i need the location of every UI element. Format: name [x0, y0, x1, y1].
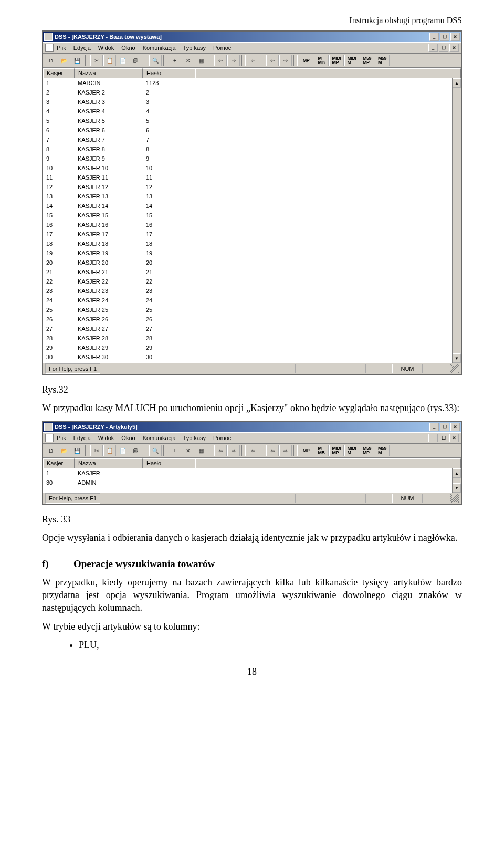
table-row[interactable]: 28KASJER 2828: [43, 333, 461, 343]
col-kasjer[interactable]: Kasjer: [43, 458, 75, 468]
toolbar-button[interactable]: ⇦: [214, 445, 227, 456]
toolbar-button[interactable]: ✂: [90, 445, 103, 456]
col-kasjer[interactable]: Kasjer: [43, 68, 75, 78]
toolbar-button[interactable]: ✂: [90, 55, 103, 66]
toolbar-button[interactable]: MIDI M: [344, 445, 359, 456]
table-row[interactable]: 11KASJER 1111: [43, 173, 461, 182]
toolbar-button[interactable]: 📄: [117, 55, 129, 66]
toolbar-button[interactable]: M59 M: [375, 445, 390, 456]
toolbar-button[interactable]: 📂: [58, 55, 70, 66]
titlebar[interactable]: DSS - [KASJERZY - Baza tow wystawa] _ ☐ …: [43, 32, 461, 42]
minimize-button[interactable]: _: [429, 423, 439, 431]
toolbar-button[interactable]: 📂: [58, 445, 70, 456]
table-row[interactable]: 2KASJER 22: [43, 88, 461, 97]
table-row[interactable]: 29KASJER 2929: [43, 343, 461, 352]
toolbar-button[interactable]: ⇨: [279, 55, 292, 66]
col-nazwa[interactable]: Nazwa: [75, 68, 143, 78]
table-row[interactable]: 19KASJER 1919: [43, 248, 461, 258]
toolbar-button[interactable]: 📋: [103, 445, 116, 456]
toolbar-button[interactable]: 🔍: [149, 55, 162, 66]
table-row[interactable]: 8KASJER 88: [43, 144, 461, 154]
toolbar-button[interactable]: ▦: [195, 55, 207, 66]
menu-komunikacja[interactable]: Komunikacja: [143, 45, 176, 51]
scroll-up-button[interactable]: ▲: [453, 468, 461, 478]
toolbar-button[interactable]: +: [169, 55, 181, 66]
table-row[interactable]: 16KASJER 1616: [43, 220, 461, 229]
table-row[interactable]: 12KASJER 1212: [43, 182, 461, 192]
resize-grip-icon[interactable]: [450, 364, 459, 373]
table-row[interactable]: 24KASJER 2424: [43, 296, 461, 305]
menu-typ-kasy[interactable]: Typ kasy: [183, 435, 206, 441]
close-button[interactable]: ✕: [450, 423, 460, 431]
table-row[interactable]: 26KASJER 2626: [43, 315, 461, 324]
toolbar-button[interactable]: ⇨: [227, 445, 240, 456]
table-row[interactable]: 10KASJER 1010: [43, 163, 461, 173]
table-row[interactable]: 7KASJER 77: [43, 135, 461, 144]
table-row[interactable]: 4KASJER 44: [43, 107, 461, 116]
mdi-maximize-button[interactable]: ☐: [439, 434, 448, 442]
menu-edycja[interactable]: Edycja: [74, 45, 91, 51]
mdi-minimize-button[interactable]: _: [428, 434, 438, 442]
mdi-close-button[interactable]: ✕: [449, 434, 459, 442]
menu-edycja[interactable]: Edycja: [74, 435, 91, 441]
toolbar-button[interactable]: M MB: [314, 55, 329, 66]
menu-plik[interactable]: Plik: [57, 45, 66, 51]
table-row[interactable]: 1MARCIN1123: [43, 78, 461, 88]
toolbar-button[interactable]: MIDI MP: [329, 445, 344, 456]
menu-typ-kasy[interactable]: Typ kasy: [183, 45, 206, 51]
table-row[interactable]: 21KASJER 2121: [43, 267, 461, 277]
toolbar-button[interactable]: ✕: [182, 445, 194, 456]
toolbar-button[interactable]: MIDI MP: [329, 55, 344, 66]
list-area[interactable]: 1KASJER30ADMIN ▲ ▼: [43, 468, 461, 493]
table-row[interactable]: 23KASJER 2323: [43, 286, 461, 296]
titlebar[interactable]: DSS - [KASJERZY - Artykuły5] _ ☐ ✕: [43, 422, 461, 432]
toolbar-button[interactable]: 💾: [71, 55, 83, 66]
table-row[interactable]: 30KASJER 3030: [43, 352, 461, 362]
table-row[interactable]: 3KASJER 33: [43, 97, 461, 107]
table-row[interactable]: 13KASJER 1313: [43, 192, 461, 201]
toolbar-button[interactable]: ⇦: [247, 55, 259, 66]
toolbar-button[interactable]: ✕: [182, 55, 194, 66]
resize-grip-icon[interactable]: [450, 494, 459, 503]
menu-pomoc[interactable]: Pomoc: [213, 45, 231, 51]
scrollbar-vertical[interactable]: ▲ ▼: [452, 468, 461, 493]
table-row[interactable]: 5KASJER 55: [43, 116, 461, 126]
mdi-close-button[interactable]: ✕: [449, 44, 459, 52]
toolbar-button[interactable]: ⇦: [266, 55, 279, 66]
mdi-maximize-button[interactable]: ☐: [439, 44, 448, 52]
toolbar-button[interactable]: M MB: [314, 445, 329, 456]
toolbar-button[interactable]: 💾: [71, 445, 83, 456]
table-row[interactable]: 27KASJER 2727: [43, 324, 461, 333]
table-row[interactable]: 1KASJER: [43, 468, 461, 478]
toolbar-button[interactable]: +: [169, 445, 181, 456]
table-row[interactable]: 14KASJER 1414: [43, 201, 461, 211]
toolbar-button[interactable]: 📄: [117, 445, 129, 456]
scroll-down-button[interactable]: ▼: [453, 353, 461, 363]
scroll-up-button[interactable]: ▲: [453, 78, 461, 88]
mdi-minimize-button[interactable]: _: [428, 44, 438, 52]
menu-plik[interactable]: Plik: [57, 435, 66, 441]
toolbar-button[interactable]: M59 MP: [360, 55, 374, 66]
toolbar-button[interactable]: ⇨: [227, 55, 240, 66]
menu-komunikacja[interactable]: Komunikacja: [143, 435, 176, 441]
toolbar-button[interactable]: ⇨: [279, 445, 292, 456]
toolbar-button[interactable]: M59 MP: [360, 445, 374, 456]
toolbar-button[interactable]: 🔍: [149, 445, 162, 456]
table-row[interactable]: 18KASJER 1818: [43, 239, 461, 248]
toolbar-button[interactable]: ⇦: [214, 55, 227, 66]
table-row[interactable]: 17KASJER 1717: [43, 229, 461, 239]
toolbar-button[interactable]: 🗐: [130, 55, 142, 66]
table-row[interactable]: 22KASJER 2222: [43, 277, 461, 286]
toolbar-button[interactable]: M59 M: [375, 55, 390, 66]
table-row[interactable]: 20KASJER 2020: [43, 258, 461, 267]
toolbar-button[interactable]: ⇦: [247, 445, 259, 456]
toolbar-button[interactable]: ▦: [195, 445, 207, 456]
col-haslo[interactable]: Hasło: [143, 458, 195, 468]
menu-widok[interactable]: Widok: [98, 45, 114, 51]
menu-pomoc[interactable]: Pomoc: [213, 435, 231, 441]
menu-okno[interactable]: Okno: [121, 45, 135, 51]
table-row[interactable]: 6KASJER 66: [43, 126, 461, 135]
toolbar-button[interactable]: 📋: [103, 55, 116, 66]
toolbar-button[interactable]: MP: [299, 55, 313, 66]
toolbar-button[interactable]: MP: [299, 445, 313, 456]
